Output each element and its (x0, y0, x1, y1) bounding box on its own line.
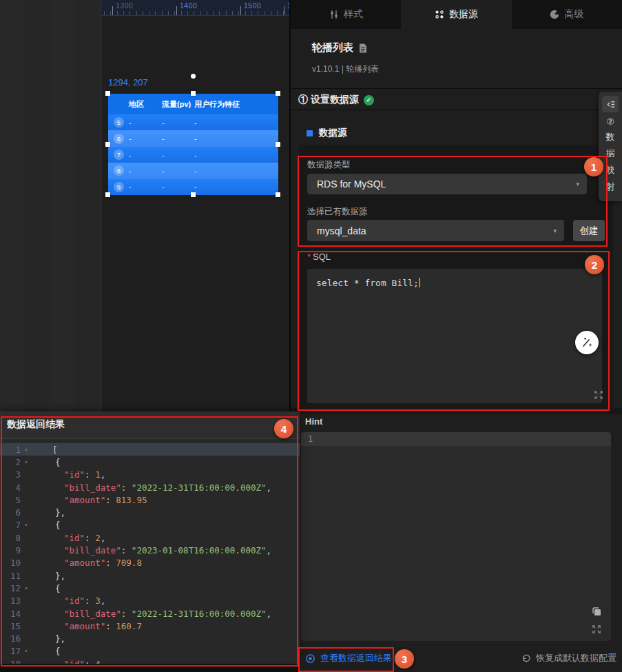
token: { (55, 457, 61, 467)
fold-arrow-icon[interactable]: ▾ (21, 648, 32, 654)
line-number: 8 (0, 533, 21, 543)
selection-handle[interactable] (276, 142, 280, 147)
carousel-table-widget[interactable]: 地区流量(pv)用户行为特征 5---6---7---8---9--- (108, 94, 278, 195)
row-index-badge: 7 (114, 150, 124, 160)
code-line: 6}, (0, 506, 300, 518)
table-cell: - (162, 134, 194, 143)
code-line: 16}, (0, 632, 300, 644)
existing-label: 选择已有数据源 (307, 206, 368, 218)
row-index-badge: 8 (114, 165, 124, 176)
token: : (121, 482, 132, 493)
reset-default-link[interactable]: 恢复成默认数据配置 (521, 652, 616, 664)
ruler-label: 1500 (244, 1, 261, 10)
token: , (101, 533, 106, 543)
sql-editor[interactable]: select * from Bill; (307, 269, 602, 403)
section-set-datasource[interactable]: ① 设置数据源 ✓ (298, 94, 374, 106)
copy-icon[interactable] (591, 606, 602, 617)
code-text: { (52, 457, 61, 467)
view-result-link[interactable]: 查看数据返回结果 (305, 652, 392, 664)
token: }, (55, 571, 65, 581)
token: , (101, 469, 106, 480)
code-text: "bill_date": "2023-01-08T16:00:00.000Z", (52, 545, 271, 556)
code-text: }, (52, 507, 65, 518)
token: : (105, 558, 116, 568)
code-line: 2▾{ (0, 456, 300, 468)
table-cell: - (194, 183, 278, 191)
tab-advanced[interactable]: 高级 (512, 0, 622, 29)
ruler-tick (251, 11, 252, 15)
document-icon[interactable] (359, 43, 367, 53)
ruler-tick (200, 11, 201, 15)
expand-icon[interactable] (594, 390, 603, 400)
token: 160.7 (116, 621, 142, 631)
ruler-tick (168, 11, 169, 15)
hint-active-line: 1 (301, 432, 611, 446)
data-mapping-panel[interactable]: ②数据映射 (599, 92, 622, 201)
hint-editor[interactable]: 1 (301, 432, 611, 641)
selection-handle[interactable] (191, 91, 196, 96)
ruler-tick (129, 11, 130, 15)
chevron-down-icon: ▾ (576, 181, 579, 187)
code-line: 17▾{ (0, 645, 300, 658)
line-number: 16 (0, 633, 21, 644)
annotation-badge-1: 1 (584, 157, 603, 176)
ruler-tick (123, 11, 124, 15)
ruler-major-tick (284, 6, 284, 15)
existing-datasource-select[interactable]: mysql_data ▾ (307, 220, 564, 241)
token: }, (55, 633, 65, 644)
widget-version: v1.10.1 | 轮播列表 (312, 63, 379, 75)
tab-datasource[interactable]: 数据源 (401, 0, 511, 29)
grid-dots-icon (435, 10, 444, 19)
selection-handle[interactable] (276, 91, 280, 96)
ruler-tick (117, 11, 118, 15)
fold-arrow-icon[interactable]: ▾ (21, 459, 32, 465)
table-header-cell: 地区 (129, 99, 162, 110)
selection-handle[interactable] (105, 91, 110, 96)
vertical-label-char: 射 (606, 181, 615, 193)
token: 1 (95, 469, 101, 480)
token: 709.8 (116, 558, 142, 568)
create-button[interactable]: 创建 (573, 220, 605, 241)
collapse-panel-icon[interactable] (602, 96, 619, 112)
ruler-tick (213, 11, 214, 15)
code-line: 12▾{ (0, 582, 300, 594)
ruler-tick (187, 11, 188, 15)
magic-pen-button[interactable] (575, 331, 599, 354)
ruler-major-tick (240, 6, 241, 15)
ruler-tick (136, 11, 137, 15)
token: [ (52, 445, 58, 455)
selection-handle[interactable] (191, 192, 196, 197)
rotation-handle[interactable] (191, 74, 196, 79)
fold-arrow-icon[interactable]: ▾ (21, 522, 32, 528)
divider (291, 110, 622, 110)
config-panel: 样式 数据源 高级 轮播列表 v1.10.1 | 轮播列表 (291, 0, 622, 672)
selection-handle[interactable] (105, 142, 110, 147)
fold-arrow-icon[interactable]: ▾ (21, 447, 32, 453)
token: "bill_date" (64, 609, 121, 619)
datasource-type-select[interactable]: RDS for MySQL ▾ (307, 174, 587, 194)
line-number: 10 (0, 558, 21, 568)
ruler-tick (104, 11, 105, 15)
token: , (267, 545, 272, 556)
code-text: "amount": 709.8 (52, 558, 142, 568)
section-seam (291, 408, 622, 414)
selection-handle[interactable] (105, 192, 110, 197)
token: { (55, 583, 61, 593)
token: : (85, 533, 95, 543)
tab-style[interactable]: 样式 (291, 0, 401, 29)
fold-arrow-icon[interactable]: ▾ (21, 585, 32, 591)
line-number: 6 (0, 507, 21, 518)
json-result-editor[interactable]: 1▾[2▾{3"id": 1,4"bill_date": "2022-12-31… (0, 439, 300, 664)
code-text: [ (52, 445, 58, 455)
expand-icon[interactable] (592, 624, 601, 634)
data-mapping-vertical-label: ②数据映射 (599, 116, 622, 193)
panel-tabs: 样式 数据源 高级 (291, 0, 622, 29)
ruler-tick (207, 11, 207, 15)
token: "2023-01-08T16:00:00.000Z" (132, 545, 267, 556)
token: }, (55, 507, 65, 518)
annotation-badge-3: 3 (395, 649, 414, 669)
line-number: 1 (308, 434, 313, 444)
ruler-major-tick (112, 6, 113, 15)
selection-handle[interactable] (276, 192, 280, 197)
line-number: 18 (0, 659, 21, 664)
